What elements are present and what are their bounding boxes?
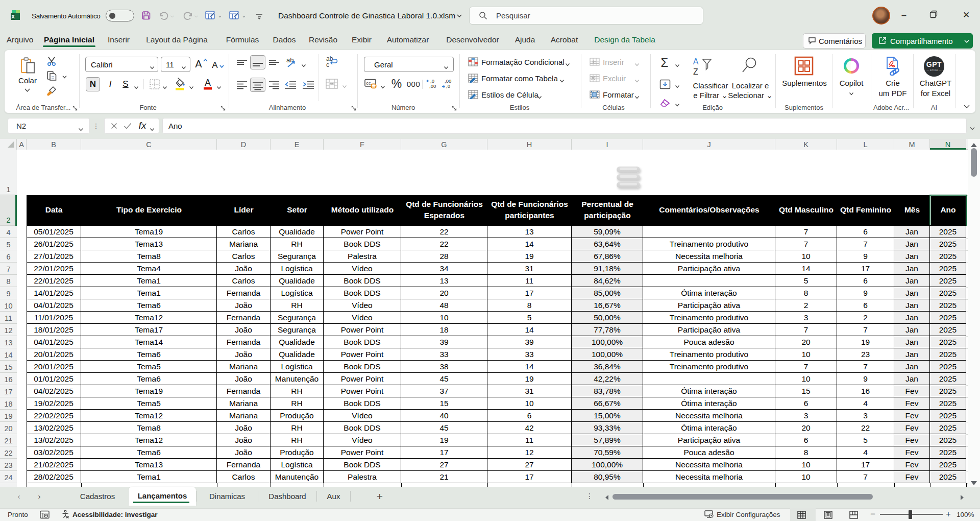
svg-text:A: A	[195, 58, 202, 69]
svg-text:c: c	[326, 61, 329, 68]
svg-text:Z: Z	[693, 67, 698, 76]
svg-text:,00: ,00	[429, 83, 436, 89]
svg-text:,0: ,0	[446, 83, 450, 89]
svg-text:x: x	[11, 13, 15, 20]
svg-text:cc: cc	[366, 80, 371, 86]
svg-text:A: A	[205, 78, 211, 88]
svg-text:A: A	[212, 60, 218, 70]
svg-text:A: A	[693, 57, 699, 66]
